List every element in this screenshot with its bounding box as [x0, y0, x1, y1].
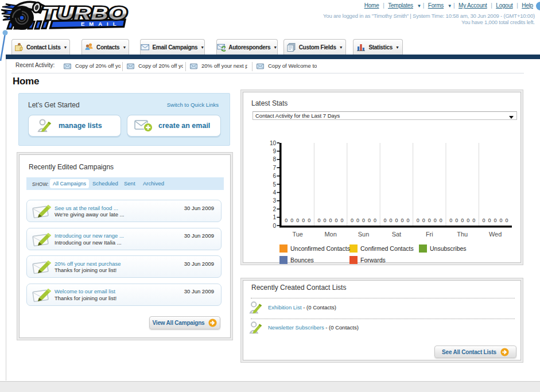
svg-text:0: 0 [351, 218, 353, 223]
svg-text:Sun: Sun [358, 231, 370, 238]
svg-text:0: 0 [488, 218, 491, 223]
svg-text:Wed: Wed [489, 231, 502, 238]
svg-text:0: 0 [329, 218, 332, 223]
svg-text:0: 0 [395, 218, 398, 223]
svg-text:0: 0 [335, 218, 338, 223]
svg-text:0: 0 [494, 218, 497, 223]
svg-text:0: 0 [483, 218, 485, 223]
svg-text:0: 0 [341, 218, 344, 223]
svg-text:0: 0 [374, 218, 376, 223]
svg-text:Tue: Tue [292, 231, 303, 238]
svg-text:0: 0 [290, 218, 293, 223]
svg-text:0: 0 [302, 218, 305, 223]
svg-text:0: 0 [285, 218, 288, 223]
svg-text:0: 0 [362, 218, 365, 223]
svg-text:0: 0 [401, 218, 403, 223]
svg-text:7: 7 [273, 165, 276, 171]
svg-text:3: 3 [273, 197, 276, 204]
svg-text:5: 5 [273, 181, 276, 188]
svg-text:TURBO: TURBO [42, 3, 127, 24]
svg-text:0: 0 [356, 218, 359, 223]
svg-text:0: 0 [318, 218, 321, 223]
svg-text:Mon: Mon [324, 231, 336, 238]
svg-text:Unsubscribes: Unsubscribes [430, 245, 467, 252]
svg-text:10: 10 [270, 140, 277, 146]
svg-text:2: 2 [273, 206, 276, 212]
svg-text:0: 0 [472, 218, 475, 223]
svg-text:Thu: Thu [457, 231, 468, 238]
svg-text:1: 1 [273, 214, 276, 220]
svg-text:0: 0 [389, 218, 392, 223]
svg-text:0: 0 [296, 218, 299, 223]
svg-text:Sat: Sat [392, 231, 402, 238]
svg-text:Bounces: Bounces [290, 257, 314, 263]
svg-text:0: 0 [417, 218, 419, 223]
svg-text:Fri: Fri [426, 231, 433, 238]
svg-text:0: 0 [461, 218, 464, 223]
svg-text:8: 8 [273, 156, 276, 162]
svg-text:0: 0 [449, 218, 452, 223]
svg-text:0: 0 [506, 218, 508, 223]
svg-text:Forwards: Forwards [360, 257, 386, 263]
svg-text:0: 0 [406, 218, 409, 223]
svg-text:4: 4 [273, 189, 276, 196]
svg-text:0: 0 [383, 218, 386, 223]
svg-text:0: 0 [273, 223, 276, 229]
svg-text:0: 0 [434, 218, 437, 223]
svg-text:Unconfirmed Contacts: Unconfirmed Contacts [290, 245, 350, 252]
svg-text:0: 0 [428, 218, 431, 223]
svg-text:Confirmed Contacts: Confirmed Contacts [360, 245, 414, 252]
svg-text:0: 0 [324, 218, 327, 223]
svg-text:0: 0 [455, 218, 458, 223]
svg-text:0: 0 [422, 218, 425, 223]
svg-text:0: 0 [308, 218, 310, 223]
svg-text:6: 6 [273, 173, 276, 179]
svg-text:0: 0 [440, 218, 442, 223]
svg-text:0: 0 [467, 218, 469, 223]
svg-text:9: 9 [273, 148, 276, 154]
svg-text:0: 0 [500, 218, 503, 223]
svg-text:0: 0 [368, 218, 371, 223]
